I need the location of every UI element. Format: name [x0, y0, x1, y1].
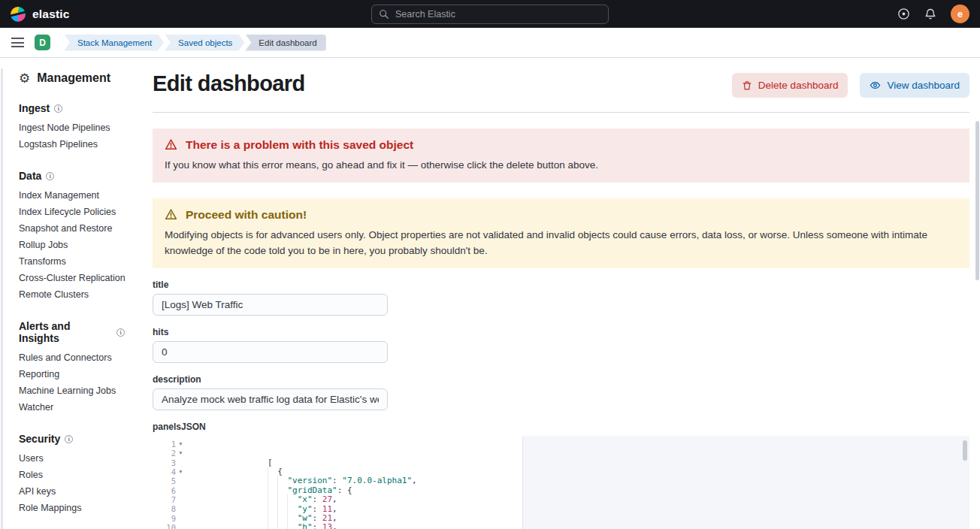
view-dashboard-label: View dashboard [887, 80, 960, 91]
alert-icon [165, 138, 177, 151]
sidebar-item[interactable]: Users [19, 450, 125, 467]
sidebar-item[interactable]: Snapshot and Restore [19, 220, 125, 237]
code-token: "7.0.0-alpha1" [342, 476, 412, 485]
code-line-row: 6 "y": 11, [153, 486, 969, 495]
user-avatar[interactable]: e [951, 5, 969, 23]
brand-name: elastic [32, 8, 70, 21]
line-number: 9 [171, 514, 176, 523]
editor-gutter: 7 [153, 495, 186, 504]
form-fields: title hits description [153, 280, 969, 410]
sidebar-item[interactable]: Rollup Jobs [19, 237, 125, 253]
section-title: Data [19, 170, 41, 182]
editor-lines: 1 [ 2 [153, 436, 969, 529]
code-line: "gridData": { [186, 467, 352, 476]
code-line-row: 5 "x": 27, [153, 476, 969, 485]
field-label: description [153, 374, 969, 385]
section-header: Data [19, 170, 125, 182]
error-callout-title-row: There is a problem with this saved objec… [165, 138, 957, 152]
form-field: description [153, 374, 969, 410]
warning-callout-title-row: Proceed with caution! [165, 207, 957, 222]
code-line: "y": 11, [186, 486, 337, 495]
code-line: }, [186, 523, 298, 529]
breadcrumb-item[interactable]: Stack Management [64, 35, 164, 51]
json-code-editor[interactable]: 1 [ 2 [153, 436, 969, 529]
info-icon [65, 435, 73, 443]
error-callout: There is a problem with this saved objec… [153, 128, 969, 183]
code-line-row: 4 "gridData": { [153, 467, 969, 476]
alert-icon [165, 208, 177, 221]
sidebar-item[interactable]: Index Lifecycle Policies [19, 204, 125, 220]
home-link[interactable]: elastic [11, 7, 70, 22]
code-line-row: 2 { [153, 449, 969, 458]
sidebar-scrollbar[interactable] [1, 68, 3, 529]
code-line-row: 8 "h": 13, [153, 504, 969, 513]
sidebar-item[interactable]: Transforms [19, 253, 125, 270]
space-avatar[interactable]: D [35, 35, 50, 50]
elastic-logo-icon [11, 7, 26, 22]
code-line: "i": "2" [186, 514, 337, 523]
sidebar-item[interactable]: API keys [19, 483, 125, 500]
field-input[interactable] [153, 294, 388, 316]
sidebar-section: Alerts and Insights Rules and Connectors… [19, 320, 125, 416]
form-field: title [153, 280, 969, 316]
editor-scrollbar[interactable] [963, 440, 967, 461]
line-number: 6 [171, 486, 176, 495]
saved-object-editor-page: Edit dashboard Delete dashboard [129, 58, 980, 529]
page-scrollbar[interactable] [975, 121, 979, 280]
code-line: { [186, 449, 283, 458]
section-items: Users Roles API keys Role Mappings [19, 450, 125, 516]
gear-icon: ⚙ [19, 72, 30, 85]
delete-dashboard-button[interactable]: Delete dashboard [732, 73, 848, 98]
deployment-icon[interactable] [897, 8, 910, 20]
navigation-bar: D Stack Management Saved objects Edit da… [0, 28, 980, 58]
sidebar-item[interactable]: Machine Learning Jobs [19, 382, 125, 399]
code-token: "h" [298, 522, 313, 529]
fold-icon[interactable] [176, 440, 186, 449]
sidebar-item[interactable]: Remote Clusters [19, 286, 125, 303]
sidebar-item[interactable]: Reporting [19, 366, 125, 382]
warning-callout-title: Proceed with caution! [186, 207, 307, 222]
code-token: 13 [322, 522, 332, 529]
sidebar-item[interactable]: Ingest Node Pipelines [19, 119, 125, 136]
search-icon [379, 9, 389, 20]
sidebar-item[interactable]: Rules and Connectors [19, 349, 125, 366]
global-search-input[interactable]: Search Elastic [371, 5, 609, 24]
sidebar-item[interactable]: Index Management [19, 187, 125, 204]
menu-button[interactable] [7, 32, 28, 53]
editor-gutter: 6 [153, 486, 186, 495]
sidebar-item[interactable]: Role Mappings [19, 500, 125, 516]
editor-gutter: 5 [153, 476, 186, 485]
section-title: Security [19, 433, 60, 445]
code-line: "version": "7.0.0-alpha1", [186, 458, 417, 467]
field-input[interactable] [153, 388, 388, 410]
global-header: elastic Search Elastic e [0, 0, 980, 28]
sidebar-item[interactable]: Logstash Pipelines [19, 136, 125, 153]
info-icon [116, 328, 125, 337]
fold-icon[interactable] [176, 449, 186, 458]
view-dashboard-button[interactable]: View dashboard [860, 73, 969, 98]
section-header: Alerts and Insights [19, 320, 125, 344]
notifications-icon[interactable] [924, 8, 936, 20]
sidebar-item[interactable]: Roles [19, 467, 125, 483]
line-number: 3 [171, 458, 176, 467]
editor-gutter: 3 [153, 458, 186, 467]
code-line-row: 9 "i": "2" [153, 514, 969, 523]
fold-icon[interactable] [176, 467, 186, 476]
editor-gutter: 2 [153, 449, 186, 458]
sidebar-item[interactable]: Cross-Cluster Replication [19, 270, 125, 286]
header-divider [153, 112, 969, 113]
sidebar-sections: Ingest Ingest Node Pipelines Logstash Pi… [19, 102, 125, 516]
field-input[interactable] [153, 341, 388, 363]
code-token: : [313, 522, 322, 529]
warning-callout-body: Modifying objects is for advanced users … [165, 228, 957, 258]
code-line-row: 7 "w": 21, [153, 495, 969, 504]
breadcrumb-item[interactable]: Saved objects [165, 35, 244, 51]
breadcrumb-item[interactable]: Edit dashboard [245, 35, 325, 51]
field-label: hits [153, 327, 969, 337]
code-token: , [412, 476, 417, 485]
code-token: : { [337, 485, 352, 495]
section-title: Ingest [19, 102, 50, 114]
code-line-row: 3 "version": "7.0.0-alpha1", [153, 458, 969, 467]
sidebar-item[interactable]: Watcher [19, 399, 125, 416]
info-icon [54, 104, 62, 113]
